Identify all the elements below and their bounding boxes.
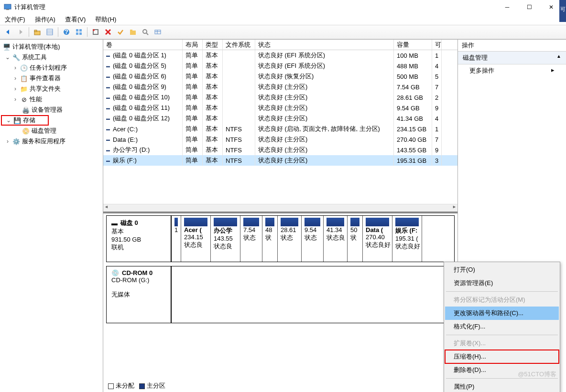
- svg-rect-9: [76, 29, 78, 32]
- back-button[interactable]: [3, 27, 13, 37]
- legend: 未分配 主分区: [108, 381, 165, 390]
- cdrom-info[interactable]: 💿CD-ROM 0 CD-ROM (G:) 无媒体: [106, 266, 171, 323]
- svg-text:?: ?: [65, 29, 68, 35]
- svg-rect-11: [76, 32, 78, 35]
- actions-title: 操作: [458, 40, 566, 52]
- tree-services[interactable]: ›⚙️服务和应用程序: [1, 136, 102, 147]
- table-row[interactable]: (磁盘 0 磁盘分区 9)简单基本状态良好 (主分区)7.54 GB7: [103, 82, 457, 92]
- maximize-button[interactable]: ☐: [518, 0, 540, 14]
- list-view-icon[interactable]: [44, 27, 55, 37]
- partition[interactable]: 50状: [348, 216, 363, 262]
- tree-devmgr[interactable]: 🖨️设备管理器: [1, 105, 102, 115]
- svg-point-14: [93, 29, 95, 31]
- tree-storage[interactable]: ⌄💾存储: [1, 115, 49, 126]
- center-pane: 卷 布局 类型 文件系统 状态 容量 可 (磁盘 0 磁盘分区 1)简单基本状态…: [103, 40, 458, 392]
- table-row[interactable]: (磁盘 0 磁盘分区 11)简单基本状态良好 (主分区)9.54 GB9: [103, 103, 457, 113]
- partition[interactable]: Acer (234.15状态良: [181, 216, 211, 262]
- svg-rect-3: [34, 30, 37, 32]
- folder-icon[interactable]: [128, 27, 138, 37]
- partition[interactable]: Data (270.40状态良好: [363, 216, 392, 262]
- col-type: 类型: [203, 40, 223, 50]
- svg-point-17: [143, 30, 147, 33]
- tree-diskmgmt[interactable]: 📀磁盘管理: [1, 126, 102, 136]
- graphical-pane: ▬磁盘 0 基本 931.50 GB 联机 1Acer (234.15状态良办公…: [103, 212, 457, 392]
- menu-bar: 文件(F) 操作(A) 查看(V) 帮助(H): [0, 14, 566, 25]
- col-capacity: 容量: [394, 40, 432, 50]
- col-layout: 布局: [183, 40, 203, 50]
- refresh-icon[interactable]: [90, 27, 101, 37]
- svg-rect-12: [79, 32, 82, 35]
- help-icon[interactable]: ?: [61, 27, 72, 37]
- ctx-format[interactable]: 格式化(F)...: [445, 320, 559, 333]
- tree-systools[interactable]: ⌄🔧系统工具: [1, 52, 102, 63]
- toolbar: ?: [0, 25, 566, 39]
- ctx-shrink[interactable]: 压缩卷(H)...: [445, 350, 559, 363]
- watermark: @51CTO博客: [518, 370, 556, 379]
- partition[interactable]: 娱乐 (F:195.31 (状态良好: [392, 216, 422, 262]
- details-icon[interactable]: [152, 27, 163, 37]
- col-fs: 文件系统: [223, 40, 255, 50]
- col-status: 状态: [255, 40, 394, 50]
- table-row[interactable]: (磁盘 0 磁盘分区 6)简单基本状态良好 (恢复分区)500 MB5: [103, 71, 457, 82]
- disk-0-block: ▬磁盘 0 基本 931.50 GB 联机 1Acer (234.15状态良办公…: [106, 215, 455, 262]
- svg-rect-15: [130, 31, 136, 35]
- partition[interactable]: 48状: [262, 216, 278, 262]
- menu-file[interactable]: 文件(F): [3, 14, 27, 25]
- menu-action[interactable]: 操作(A): [33, 14, 57, 25]
- svg-rect-4: [47, 29, 53, 35]
- col-free: 可: [432, 40, 442, 50]
- table-row[interactable]: (磁盘 0 磁盘分区 12)简单基本状态良好 (主分区)41.34 GB4: [103, 113, 457, 124]
- ctx-props[interactable]: 属性(P): [445, 380, 559, 392]
- menu-view[interactable]: 查看(V): [63, 14, 87, 25]
- ctx-explorer[interactable]: 资源管理器(E): [445, 276, 559, 290]
- tree-performance[interactable]: ›⊘性能: [1, 94, 102, 105]
- partition[interactable]: 28.61状态: [278, 216, 302, 262]
- svg-rect-16: [130, 30, 132, 31]
- tree-sharedfolders[interactable]: ›📁共享文件夹: [1, 84, 102, 94]
- partition[interactable]: 41.34状态良: [324, 216, 348, 262]
- svg-rect-10: [79, 29, 82, 32]
- minimize-button[interactable]: ─: [496, 0, 518, 14]
- search-icon[interactable]: [140, 27, 151, 37]
- up-button[interactable]: [32, 27, 43, 37]
- ctx-extend: 扩展卷(X)...: [445, 337, 559, 350]
- table-row[interactable]: 娱乐 (F:)简单基本NTFS状态良好 (主分区)195.31 GB3: [103, 155, 457, 166]
- disk-0-info[interactable]: ▬磁盘 0 基本 931.50 GB 联机: [106, 215, 171, 262]
- app-icon: [4, 3, 11, 11]
- ctx-open[interactable]: 打开(O): [445, 263, 559, 276]
- svg-line-18: [146, 33, 148, 35]
- table-row[interactable]: Acer (C:)简单基本NTFS状态良好 (启动, 页面文件, 故障转储, 主…: [103, 124, 457, 134]
- tree-root[interactable]: 🖥️计算机管理(本地): [1, 42, 102, 52]
- table-row[interactable]: (磁盘 0 磁盘分区 1)简单基本状态良好 (EFI 系统分区)100 MB1: [103, 50, 457, 61]
- cdrom-empty: [171, 266, 455, 323]
- window-title: 计算机管理: [14, 3, 496, 11]
- actions-more[interactable]: 更多操作▸: [458, 64, 566, 77]
- svg-rect-1: [6, 9, 9, 10]
- actions-section[interactable]: 磁盘管理▲: [458, 52, 566, 64]
- tree-eventviewer[interactable]: ›📋事件查看器: [1, 73, 102, 84]
- svg-rect-19: [155, 30, 161, 34]
- partition[interactable]: 7.54状态: [240, 216, 262, 262]
- table-row[interactable]: (磁盘 0 磁盘分区 5)简单基本状态良好 (EFI 系统分区)488 MB4: [103, 61, 457, 71]
- table-header[interactable]: 卷 布局 类型 文件系统 状态 容量 可: [103, 40, 457, 50]
- partition[interactable]: 1: [172, 216, 181, 262]
- ctx-mark-active: 将分区标记为活动分区(M): [445, 293, 559, 307]
- forward-button[interactable]: [15, 27, 26, 37]
- disk-0-partitions: 1Acer (234.15状态良办公学143.55状态良7.54状态48状28.…: [171, 215, 455, 262]
- table-body: (磁盘 0 磁盘分区 1)简单基本状态良好 (EFI 系统分区)100 MB1(…: [103, 50, 457, 166]
- partition[interactable]: 办公学143.55状态良: [211, 216, 240, 262]
- nav-tree[interactable]: 🖥️计算机管理(本地) ⌄🔧系统工具 ›🕒任务计划程序 ›📋事件查看器 ›📁共享…: [0, 40, 103, 392]
- ctx-change-letter[interactable]: 更改驱动器号和路径(C)...: [445, 307, 559, 320]
- cdrom-block: 💿CD-ROM 0 CD-ROM (G:) 无媒体: [106, 266, 455, 323]
- tiles-view-icon[interactable]: [74, 27, 84, 37]
- partition[interactable]: 9.54状态: [302, 216, 324, 262]
- tree-scheduler[interactable]: ›🕒任务计划程序: [1, 63, 102, 73]
- table-row[interactable]: 办公学习 (D:)简单基本NTFS状态良好 (主分区)143.55 GB9: [103, 145, 457, 155]
- table-row[interactable]: Data (E:)简单基本NTFS状态良好 (主分区)270.40 GB7: [103, 134, 457, 145]
- h-scrollbar[interactable]: [103, 204, 457, 212]
- table-row[interactable]: (磁盘 0 磁盘分区 10)简单基本状态良好 (主分区)28.61 GB2: [103, 92, 457, 103]
- volume-table: 卷 布局 类型 文件系统 状态 容量 可 (磁盘 0 磁盘分区 1)简单基本状态…: [103, 40, 457, 212]
- menu-help[interactable]: 帮助(H): [93, 14, 118, 25]
- delete-icon[interactable]: [103, 27, 113, 37]
- check-icon[interactable]: [115, 27, 126, 37]
